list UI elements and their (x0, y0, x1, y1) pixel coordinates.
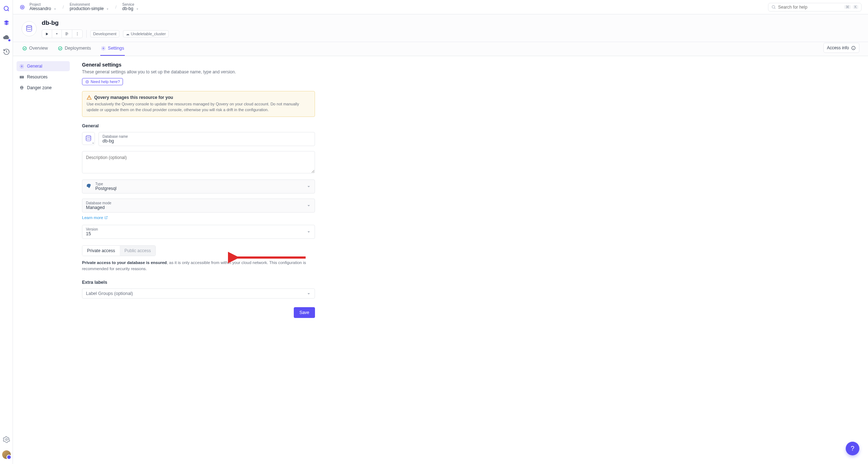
svg-point-1 (5, 439, 7, 441)
lifebuoy-icon (85, 80, 89, 84)
breadcrumb-environment[interactable]: Environment production-simple (70, 3, 110, 11)
version-select[interactable]: Version 15 (82, 225, 315, 239)
warning-triangle-icon (87, 95, 92, 100)
svg-rect-15 (20, 77, 24, 78)
svg-point-19 (86, 80, 88, 83)
svg-point-17 (21, 87, 22, 88)
tag-cluster: ☁︎ Undeletable_cluster (123, 30, 169, 37)
access-info-button[interactable]: Access info (823, 43, 859, 53)
chevron-down-icon (306, 184, 311, 189)
chevron-down-icon (91, 141, 95, 145)
gear-icon (19, 64, 24, 69)
postgresql-icon (86, 183, 92, 189)
mode-select[interactable]: Database mode Managed (82, 199, 315, 213)
svg-point-20 (87, 81, 88, 82)
play-dropdown-button[interactable] (52, 30, 62, 38)
cloud-icon[interactable] (3, 34, 10, 41)
label-groups-select[interactable]: Label Groups (optional) (82, 288, 315, 299)
help-fab[interactable]: ? (846, 442, 859, 455)
more-actions-button[interactable] (72, 30, 82, 38)
svg-point-6 (77, 32, 78, 33)
type-select[interactable]: Type Postgresql (82, 179, 315, 194)
play-button[interactable] (42, 30, 52, 38)
service-header: db-bg Development ☁︎ Undeletable_cluster (13, 14, 868, 42)
external-link-icon (104, 216, 108, 219)
svg-point-8 (77, 35, 78, 36)
tab-settings[interactable]: Settings (100, 42, 125, 56)
user-avatar[interactable] (2, 450, 11, 459)
info-circle-icon (851, 46, 856, 50)
svg-rect-14 (20, 76, 24, 77)
warning-alert: Qovery manages this resource for you Use… (82, 91, 315, 117)
breadcrumb-service[interactable]: Service db-bg (122, 3, 139, 11)
kbd-cmd: ⌘ (844, 5, 851, 9)
svg-point-2 (20, 5, 24, 9)
breadcrumb-project[interactable]: Project Alessandro (29, 3, 57, 11)
svg-point-3 (22, 6, 23, 8)
resources-icon (19, 75, 24, 79)
check-circle-icon (58, 46, 63, 51)
primary-nav-sidebar (0, 0, 13, 464)
gear-icon (101, 46, 106, 51)
history-icon[interactable] (3, 48, 10, 55)
top-bar: Project Alessandro / Environment product… (13, 0, 868, 14)
db-name-field[interactable]: Database name db-bg (99, 132, 315, 146)
settings-sidebar: General Resources Danger zone (13, 56, 73, 464)
svg-point-21 (86, 136, 91, 137)
chevron-down-icon (136, 7, 139, 11)
tab-overview[interactable]: Overview (22, 42, 49, 56)
chevron-down-icon (306, 203, 311, 208)
sidebar-item-danger[interactable]: Danger zone (17, 83, 70, 93)
svg-point-18 (22, 87, 23, 88)
database-icon (85, 135, 92, 142)
logs-button[interactable] (62, 30, 72, 38)
settings-gear-icon[interactable] (3, 436, 10, 443)
chevron-down-icon (306, 229, 311, 234)
svg-point-13 (21, 65, 22, 67)
logo-qovery-icon[interactable] (3, 5, 10, 12)
database-icon (22, 21, 37, 36)
scope-lens-icon[interactable] (19, 4, 25, 10)
layers-icon[interactable] (3, 19, 10, 27)
sidebar-item-general[interactable]: General (17, 61, 70, 71)
service-title: db-bg (42, 19, 169, 27)
svg-point-7 (77, 33, 78, 34)
seg-private[interactable]: Private access (82, 246, 120, 256)
settings-content: General settings These general settings … (73, 56, 332, 464)
page-title: General settings (82, 62, 324, 68)
skull-icon (19, 86, 24, 90)
chevron-down-icon (53, 7, 57, 11)
aws-icon: ☁︎ (126, 32, 129, 36)
svg-point-0 (4, 6, 8, 10)
svg-point-5 (27, 26, 32, 28)
chevron-down-icon (306, 291, 311, 296)
description-textarea[interactable] (82, 151, 315, 173)
section-extra-labels-heading: Extra labels (82, 280, 324, 285)
tab-bar: Overview Deployments Settings Access inf… (13, 42, 868, 56)
check-circle-icon (22, 46, 27, 51)
seg-public[interactable]: Public access (120, 246, 155, 256)
section-general-heading: General (82, 123, 324, 128)
learn-more-link[interactable]: Learn more (82, 215, 108, 220)
access-description: Private access to your database is ensur… (82, 260, 315, 272)
page-subtitle: These general settings allow you to set … (82, 69, 324, 74)
access-segmented: Private access Public access (82, 245, 156, 256)
chevron-down-icon (106, 7, 109, 11)
search-input[interactable]: ⌘ K (768, 3, 862, 12)
help-link[interactable]: Need help here? (82, 78, 123, 85)
svg-point-4 (772, 5, 775, 8)
sidebar-item-resources[interactable]: Resources (17, 72, 70, 82)
search-icon (771, 5, 776, 9)
tab-deployments[interactable]: Deployments (57, 42, 92, 56)
save-button[interactable]: Save (294, 307, 315, 318)
kbd-k: K (853, 5, 858, 9)
tag-development: Development (90, 30, 119, 37)
svg-point-11 (103, 47, 104, 49)
db-icon-selector[interactable] (82, 132, 95, 145)
